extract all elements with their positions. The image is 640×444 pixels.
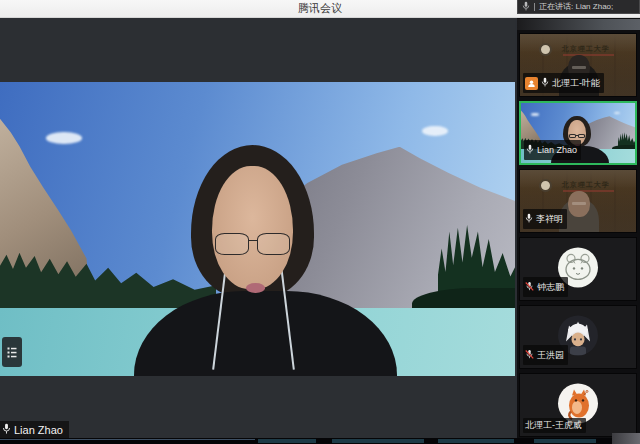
participant-tile-active[interactable]: Lian Zhao [519, 101, 637, 165]
participants-sidebar: 北京理工大学 北理工-叶能 [517, 14, 640, 438]
wall-text: 北京理工大学 [562, 44, 610, 54]
person-glasses [215, 233, 290, 255]
participant-name-chip: 钟志鹏 [523, 277, 568, 297]
mic-icon [541, 74, 549, 92]
participant-tile[interactable]: 王洪园 [519, 305, 637, 369]
member-list-icon [6, 346, 18, 359]
person-glasses [572, 202, 586, 205]
wall-text: 北京理工大学 [562, 180, 610, 190]
presenter-person-icon [525, 77, 538, 90]
desktop-edge-strip [0, 438, 640, 444]
speaking-label: 正在讲话: Lian Zhao; [539, 1, 613, 12]
participant-tile[interactable]: 北理工-王虎威 [519, 373, 637, 437]
main-name-chip: Lian Zhao [0, 421, 69, 438]
participant-name-chip: 李祥明 [523, 209, 567, 229]
main-stage: Lian Zhao [0, 18, 515, 444]
person-face [212, 166, 292, 289]
person-mouth [246, 283, 265, 292]
member-list-toggle-button[interactable] [2, 337, 22, 367]
sidebar-top-edge [517, 19, 640, 30]
university-emblem [539, 179, 552, 192]
mic-muted-icon [525, 278, 534, 296]
participant-tile[interactable]: 北京理工大学 北理工-叶能 [519, 33, 637, 97]
university-emblem [539, 43, 552, 56]
cloud [422, 126, 448, 136]
person-glasses [572, 66, 586, 69]
speaking-indicator: 正在讲话: Lian Zhao; [517, 0, 640, 14]
cloud [46, 132, 82, 144]
participant-tile[interactable]: 北京理工大学 李祥明 [519, 169, 637, 233]
meeting-window: 腾讯会议 正在讲话: Lian Zhao; [0, 0, 640, 444]
participant-name-chip: 北理工-叶能 [523, 73, 604, 93]
mic-icon [525, 210, 533, 228]
mic-icon [2, 421, 11, 439]
main-video-lian-zhao[interactable] [0, 82, 515, 376]
main-participant-name: Lian Zhao [14, 424, 63, 436]
virtual-background-lake [0, 82, 515, 376]
mic-muted-icon [525, 346, 534, 364]
mic-icon [526, 141, 534, 159]
participant-name-chip: Lian Zhao [524, 140, 581, 160]
desktop-corner [612, 433, 640, 444]
participant-name-chip: 王洪园 [523, 345, 568, 365]
participant-name-chip: 北理工-王虎威 [523, 418, 586, 433]
divider [534, 3, 535, 11]
participant-tile[interactable]: 钟志鹏 [519, 237, 637, 301]
mic-icon [522, 0, 530, 16]
window-title: 腾讯会议 [298, 1, 342, 16]
